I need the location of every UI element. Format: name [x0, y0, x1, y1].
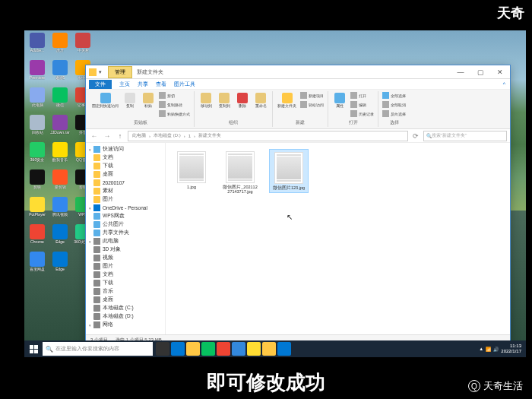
desktop-icon[interactable]: 爱剪辑	[49, 169, 71, 195]
back-button[interactable]: ←	[89, 131, 100, 141]
sidebar-item[interactable]: 桌面	[86, 170, 165, 179]
desktop-icon[interactable]: Premiere	[27, 60, 48, 86]
breadcrumb-item[interactable]: 此电脑	[132, 132, 146, 139]
refresh-button[interactable]: ⟳	[410, 131, 421, 141]
menu-pictools[interactable]: 图片工具	[174, 81, 195, 88]
copypath-button[interactable]: 复制路径	[158, 100, 191, 109]
delete-button[interactable]: 删除	[234, 91, 251, 110]
sidebar-item[interactable]: 公共图片	[86, 220, 165, 229]
taskbar-app[interactable]	[247, 342, 261, 356]
rename-button[interactable]: 重命名	[252, 91, 269, 110]
tray-icon[interactable]: ▲	[479, 347, 483, 351]
sidebar-group[interactable]: 快速访问	[86, 145, 165, 154]
breadcrumb[interactable]: 此电脑› 本地磁盘 (D:)› 1› 新建文件夹	[128, 131, 408, 141]
context-tab[interactable]: 管理	[108, 66, 132, 78]
desktop-icon[interactable]: 百度网盘	[27, 252, 48, 277]
invert-button[interactable]: 反向选择	[382, 109, 407, 118]
sidebar-group[interactable]: 网络	[86, 321, 165, 329]
taskbar-app[interactable]	[156, 342, 169, 356]
desktop-icon[interactable]: 中关村	[72, 33, 93, 59]
shortcut-button[interactable]: 粘贴快捷方式	[158, 109, 191, 118]
start-button[interactable]	[24, 340, 43, 357]
desktop-icon[interactable]: 回收站	[27, 115, 48, 141]
taskbar-app[interactable]	[232, 342, 245, 356]
taskbar-app[interactable]	[277, 342, 291, 356]
desktop-icon[interactable]: 微信	[49, 87, 71, 113]
clock[interactable]: 11:132022/1/17	[501, 344, 521, 353]
forward-button[interactable]: →	[102, 131, 112, 141]
selectall-button[interactable]: 全部选择	[382, 91, 407, 100]
sidebar-item[interactable]: 共享文件夹	[86, 229, 165, 237]
desktop-icon[interactable]: Adobe...	[27, 33, 48, 59]
sidebar-item[interactable]: 素材	[86, 187, 165, 195]
breadcrumb-item[interactable]: 本地磁盘 (D:)	[154, 132, 181, 139]
sidebar-item[interactable]: 文档	[86, 154, 165, 162]
cut-button[interactable]: 剪切	[158, 91, 191, 100]
desktop-icon[interactable]: 360安全	[27, 142, 48, 168]
qat-icon[interactable]: ▾	[99, 69, 102, 75]
desktop-icon[interactable]: Edge	[49, 252, 71, 277]
close-button[interactable]: ✕	[490, 66, 510, 78]
taskbar-search[interactable]: 🔍在这里输入你要搜索的内容	[43, 342, 153, 356]
breadcrumb-item[interactable]: 1	[188, 134, 191, 138]
file-item[interactable]: 微信图片123.jpg	[269, 149, 309, 193]
desktop-icon[interactable]: JJDown.rar	[49, 115, 71, 141]
desktop-icon[interactable]: 酷我音乐	[49, 142, 71, 168]
up-button[interactable]: ↑	[115, 131, 125, 141]
copy-button[interactable]: 复制	[122, 91, 138, 110]
menu-share[interactable]: 共享	[138, 81, 148, 88]
taskbar-app[interactable]	[262, 342, 276, 356]
menu-view[interactable]: 查看	[156, 81, 166, 88]
desktop-icon[interactable]: 剪映	[27, 169, 48, 195]
sidebar-item[interactable]: 图片	[86, 195, 165, 204]
open-button[interactable]: 打开	[350, 91, 375, 100]
paste-button[interactable]: 粘贴	[140, 91, 157, 110]
file-list[interactable]: 1.jpg微信图片_20211227143717.jpg微信图片123.jpg	[166, 143, 510, 334]
sidebar-item[interactable]: 下载	[86, 162, 165, 170]
desktop-icon[interactable]: PotPlayer	[27, 197, 48, 223]
edit-button[interactable]: 编辑	[350, 100, 375, 109]
desktop-icon[interactable]: 虎牙	[49, 33, 71, 59]
taskbar-app[interactable]	[171, 342, 185, 356]
menu-home[interactable]: 主页	[119, 81, 130, 88]
sidebar-item[interactable]: 视频	[86, 254, 165, 262]
sidebar-item[interactable]: 3D 对象	[86, 245, 165, 254]
properties-button[interactable]: 属性	[331, 91, 348, 110]
taskbar-app[interactable]	[201, 342, 215, 356]
history-button[interactable]: 历史记录	[350, 109, 375, 118]
desktop-icon[interactable]: 遨游5	[49, 60, 71, 86]
desktop-icon[interactable]: 此电脑	[27, 87, 48, 113]
sidebar-item[interactable]: WPS网盘	[86, 212, 165, 220]
desktop[interactable]: Adobe...虎牙中关村Premiere遨游5永中集此电脑微信记事本回收站JJ…	[24, 30, 526, 357]
sidebar-item[interactable]: 本地磁盘 (C:)	[86, 304, 165, 312]
titlebar[interactable]: ▾ 管理 新建文件夹 — ▢ ✕	[86, 65, 510, 79]
moveto-button[interactable]: 移动到	[198, 91, 214, 110]
tray-icon[interactable]: 🔊	[493, 347, 499, 352]
search-input[interactable]: 🔍 搜索"新建文件夹"	[423, 131, 507, 141]
desktop-icon[interactable]: 腾讯视频	[49, 197, 71, 223]
tray-icon[interactable]: 📶	[486, 347, 491, 352]
ribbon-collapse-icon[interactable]: ^	[503, 81, 505, 87]
sidebar-group[interactable]: OneDrive - Personal	[86, 204, 165, 212]
sidebar-item[interactable]: 音乐	[86, 287, 165, 296]
newitem-button[interactable]: 新建项目	[299, 91, 325, 100]
pin-button[interactable]: 固定到快速访问	[90, 91, 120, 110]
sidebar-group[interactable]: 此电脑	[86, 237, 165, 245]
desktop-icon[interactable]: Chrome	[27, 224, 48, 250]
desktop-icon[interactable]: Edge	[49, 224, 71, 250]
file-item[interactable]: 1.jpg	[172, 149, 211, 192]
easyaccess-button[interactable]: 轻松访问	[299, 100, 325, 109]
taskbar-app[interactable]	[217, 342, 230, 356]
sidebar-item[interactable]: 图片	[86, 262, 165, 271]
minimize-button[interactable]: —	[451, 66, 470, 78]
sidebar-item[interactable]: 本地磁盘 (D:)	[86, 312, 165, 321]
sidebar-item[interactable]: 桌面	[86, 296, 165, 304]
sidebar-item[interactable]: 文档	[86, 271, 165, 279]
file-item[interactable]: 微信图片_20211227143717.jpg	[220, 149, 260, 196]
newfolder-button[interactable]: 新建文件夹	[276, 91, 298, 110]
maximize-button[interactable]: ▢	[470, 66, 490, 78]
menu-file[interactable]: 文件	[89, 80, 112, 89]
taskbar[interactable]: 🔍在这里输入你要搜索的内容 ▲ 📶 🔊 11:132022/1/17	[24, 340, 526, 357]
breadcrumb-item[interactable]: 新建文件夹	[198, 132, 221, 139]
sidebar[interactable]: 快速访问文档下载桌面20200107素材图片OneDrive - Persona…	[86, 143, 166, 334]
